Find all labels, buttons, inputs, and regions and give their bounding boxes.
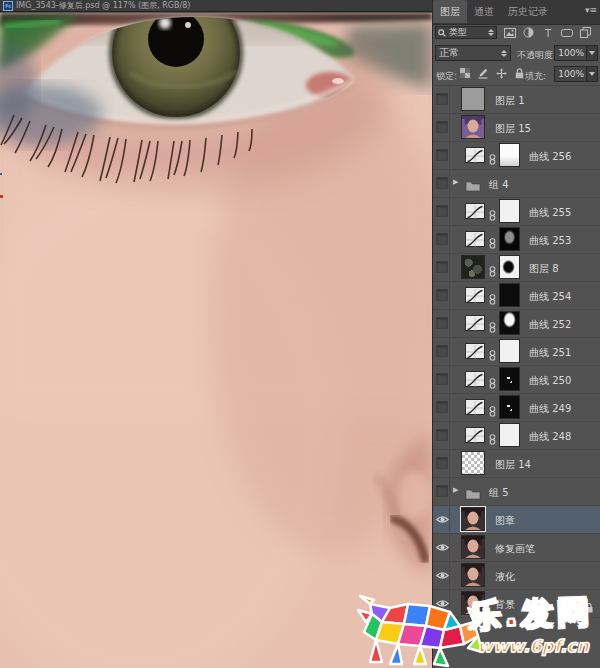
curves-adjustment-icon[interactable] [465,399,485,415]
layer-mask-thumbnail[interactable] [499,255,520,279]
visibility-toggle-empty[interactable] [435,282,450,308]
group-expand-arrow[interactable]: ▶ [453,178,458,186]
visibility-toggle-empty[interactable] [435,338,450,364]
visibility-eye-icon[interactable] [435,534,450,560]
layer-row[interactable]: 图层 15 [433,114,600,142]
smart-object-filter-icon[interactable] [579,27,592,39]
layer-row[interactable]: 图层 8 [433,254,600,282]
layer-name[interactable]: 图层 1 [495,94,525,108]
layer-row[interactable]: 图层 14 [433,450,600,478]
layer-name[interactable]: 曲线 249 [529,402,571,416]
lock-paint-icon[interactable] [477,67,489,79]
layer-mask-thumbnail[interactable] [499,339,520,363]
layer-name[interactable]: 图章 [495,514,515,528]
layer-mask-thumbnail[interactable] [499,367,520,391]
type-filter-icon[interactable]: T [541,27,554,39]
shape-filter-icon[interactable] [560,27,573,39]
filter-type-dropdown[interactable]: 类型 [435,26,497,39]
panel-tab-history[interactable]: 历史记录 [501,0,555,23]
layer-mask-thumbnail[interactable] [499,395,520,419]
visibility-toggle-empty[interactable] [435,86,450,112]
layer-mask-thumbnail[interactable] [499,227,520,251]
lock-all-icon[interactable] [513,67,525,79]
layer-name[interactable]: 图层 15 [495,122,531,136]
layer-thumbnail[interactable] [461,563,485,587]
curves-adjustment-icon[interactable] [465,147,485,163]
layer-row[interactable]: 曲线 249 [433,394,600,422]
visibility-toggle-empty[interactable] [435,450,450,476]
layer-thumbnail[interactable] [461,115,485,139]
layer-name[interactable]: 修复画笔 [495,542,535,556]
layer-name[interactable]: 曲线 256 [529,150,571,164]
layer-row[interactable]: 曲线 252 [433,310,600,338]
panel-tab-channels[interactable]: 通道 [467,0,501,23]
visibility-toggle-empty[interactable] [435,366,450,392]
layer-name[interactable]: 曲线 252 [529,318,571,332]
group-expand-arrow[interactable]: ▶ [453,486,458,494]
lock-position-icon[interactable] [495,67,507,79]
layer-thumbnail[interactable] [461,255,485,279]
layer-row[interactable]: 曲线 256 [433,142,600,170]
layer-row[interactable]: 曲线 250 [433,366,600,394]
layer-row[interactable]: 曲线 253 [433,226,600,254]
curves-adjustment-icon[interactable] [465,315,485,331]
layer-thumbnail[interactable] [461,507,485,531]
layer-row[interactable]: 曲线 254 [433,282,600,310]
layer-mask-thumbnail[interactable] [499,143,520,167]
curves-adjustment-icon[interactable] [465,427,485,443]
visibility-toggle-empty[interactable] [435,114,450,140]
visibility-eye-icon[interactable] [435,506,450,532]
visibility-toggle-empty[interactable] [435,254,450,280]
adjustment-filter-icon[interactable] [522,27,535,39]
layer-row[interactable]: 图层 1 [433,86,600,114]
visibility-toggle-empty[interactable] [435,142,450,168]
lock-transparency-icon[interactable] [459,67,471,79]
layer-mask-thumbnail[interactable] [499,423,520,447]
layer-name[interactable]: 曲线 255 [529,206,571,220]
layer-mask-thumbnail[interactable] [499,199,520,223]
layer-mask-thumbnail[interactable] [499,283,520,307]
curves-adjustment-icon[interactable] [465,231,485,247]
curves-adjustment-icon[interactable] [465,287,485,303]
layer-thumbnail[interactable] [461,535,485,559]
visibility-toggle-empty[interactable] [435,422,450,448]
panel-menu-icon[interactable]: ▾≡ [585,5,597,15]
document-title-bar[interactable]: Ps IMG_3543-修复后.psd @ 117% (图层, RGB/8) [0,0,432,12]
layer-name[interactable]: 曲线 248 [529,430,571,444]
layer-name[interactable]: 液化 [495,570,515,584]
fill-field[interactable]: 100% [554,66,598,82]
visibility-toggle-empty[interactable] [435,478,450,504]
layer-thumbnail[interactable] [461,451,485,475]
layer-mask-thumbnail[interactable] [499,311,520,335]
curves-adjustment-icon[interactable] [465,343,485,359]
layer-row[interactable]: 曲线 248 [433,422,600,450]
layer-name[interactable]: 图层 14 [495,458,531,472]
canvas-image[interactable] [0,13,432,668]
layer-thumbnail[interactable] [461,87,485,111]
opacity-field[interactable]: 100% [554,45,598,61]
layer-name[interactable]: 组 5 [489,486,509,500]
layer-row[interactable]: 曲线 251 [433,338,600,366]
visibility-toggle-empty[interactable] [435,394,450,420]
layer-name[interactable]: 组 4 [489,178,509,192]
opacity-dropdown-arrow[interactable] [586,46,597,60]
layer-row[interactable]: 曲线 255 [433,198,600,226]
layer-name[interactable]: 曲线 250 [529,374,571,388]
visibility-eye-icon[interactable] [435,590,450,616]
visibility-toggle-empty[interactable] [435,170,450,196]
pixel-layer-filter-icon[interactable] [503,27,516,39]
layer-row[interactable]: 修复画笔 [433,534,600,562]
visibility-toggle-empty[interactable] [435,310,450,336]
visibility-toggle-empty[interactable] [435,226,450,252]
layer-row[interactable]: ▶组 5 [433,478,600,506]
visibility-eye-icon[interactable] [435,562,450,588]
panel-tab-layers[interactable]: 图层 [433,0,467,23]
layer-row[interactable]: 液化 [433,562,600,590]
curves-adjustment-icon[interactable] [465,371,485,387]
layer-name[interactable]: 曲线 251 [529,346,571,360]
blend-mode-dropdown[interactable]: 正常 [435,45,511,61]
curves-adjustment-icon[interactable] [465,203,485,219]
layer-name[interactable]: 图层 8 [529,262,559,276]
layer-name[interactable]: 曲线 253 [529,234,571,248]
visibility-toggle-empty[interactable] [435,198,450,224]
